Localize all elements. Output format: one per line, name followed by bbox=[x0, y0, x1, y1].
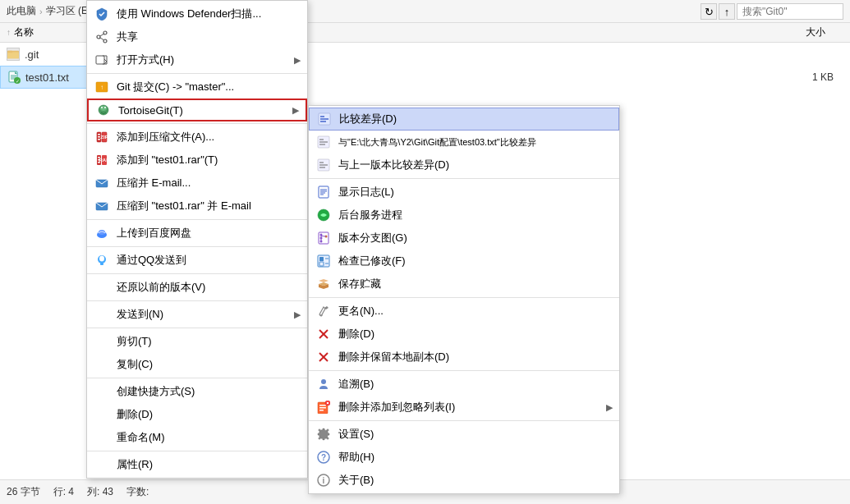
menu-item-open-with[interactable]: 打开方式(H) ▶ bbox=[87, 48, 307, 71]
sep3 bbox=[87, 219, 307, 220]
submenu-item-about[interactable]: i 关于(B) bbox=[309, 469, 619, 492]
menu-item-qq[interactable]: 通过QQ发送到 bbox=[87, 249, 307, 272]
rename-submenu-icon bbox=[315, 303, 332, 319]
copy-icon bbox=[94, 356, 110, 373]
menu-item-defender[interactable]: 使用 Windows Defender扫描... bbox=[87, 2, 307, 25]
svg-rect-81 bbox=[319, 407, 326, 409]
add-rar-icon: RAR bbox=[94, 152, 110, 168]
shortcut-label: 创建快捷方式(S) bbox=[117, 384, 301, 399]
menu-item-properties[interactable]: 属性(R) bbox=[87, 453, 307, 476]
submenu-item-check-modified[interactable]: 检查已修改(F) bbox=[309, 250, 619, 273]
ignore-icon bbox=[315, 399, 332, 415]
branch-graph-label: 版本分支图(G) bbox=[338, 231, 613, 245]
svg-point-12 bbox=[103, 39, 107, 43]
menu-item-baidu[interactable]: 上传到百度网盘 bbox=[87, 222, 307, 245]
menu-item-add-zip[interactable]: ZIP 添加到压缩文件(A)... bbox=[87, 126, 307, 149]
sep6 bbox=[87, 300, 307, 301]
open-with-label: 打开方式(H) bbox=[117, 53, 287, 67]
qq-label: 通过QQ发送到 bbox=[117, 253, 301, 268]
rename-submenu-label: 更名(N)... bbox=[338, 304, 613, 318]
up-button[interactable]: ↑ bbox=[719, 3, 735, 20]
submenu-item-delete[interactable]: 删除(D) bbox=[309, 323, 619, 346]
sep1 bbox=[87, 73, 307, 74]
about-label: 关于(B) bbox=[338, 473, 613, 488]
share-icon bbox=[94, 29, 110, 45]
svg-rect-55 bbox=[319, 186, 329, 198]
size-column-header[interactable]: 大小 bbox=[806, 25, 825, 39]
menu-item-add-rar[interactable]: RAR 添加到 "test01.rar"(T) bbox=[87, 149, 307, 172]
menu-item-share[interactable]: 共享 bbox=[87, 25, 307, 48]
email-rar-label: 压缩到 "test01.rar" 并 E-mail bbox=[117, 199, 301, 213]
add-zip-label: 添加到压缩文件(A)... bbox=[117, 130, 301, 144]
shortcut-icon bbox=[94, 383, 110, 400]
rename-icon bbox=[94, 429, 110, 446]
submenu-item-blame[interactable]: 追溯(B) bbox=[309, 373, 619, 396]
svg-point-10 bbox=[103, 31, 107, 34]
svg-point-41 bbox=[99, 256, 104, 262]
svg-line-67 bbox=[321, 236, 326, 237]
svg-point-21 bbox=[104, 107, 106, 108]
menu-item-cut[interactable]: 剪切(T) bbox=[87, 330, 307, 353]
open-with-arrow: ▶ bbox=[294, 55, 301, 66]
sep5 bbox=[87, 273, 307, 274]
svg-point-19 bbox=[100, 106, 107, 111]
menu-item-git-commit[interactable]: ↑ Git 提交(C) -> "master"... bbox=[87, 76, 307, 99]
submenu-item-branch-graph[interactable]: 版本分支图(G) bbox=[309, 227, 619, 250]
breadcrumb-pc[interactable]: 此电脑 bbox=[7, 4, 36, 18]
ignore-arrow: ▶ bbox=[606, 402, 613, 413]
restore-label: 还原以前的版本(V) bbox=[117, 280, 301, 295]
name-column-header[interactable]: 名称 bbox=[14, 25, 34, 39]
submenu-item-diff-prev[interactable]: 与上一版本比较差异(D) bbox=[309, 153, 619, 176]
search-input[interactable] bbox=[737, 3, 843, 20]
submenu-item-stash[interactable]: 保存贮藏 bbox=[309, 273, 619, 296]
email-zip-icon bbox=[94, 175, 110, 191]
refresh-button[interactable]: ↻ bbox=[701, 3, 717, 20]
cut-label: 剪切(T) bbox=[117, 334, 301, 349]
status-chars: 字数: bbox=[126, 485, 149, 499]
menu-item-delete[interactable]: 删除(D) bbox=[87, 403, 307, 426]
menu-item-send-to[interactable]: 发送到(N) ▶ bbox=[87, 303, 307, 326]
delete-local-icon bbox=[315, 349, 332, 365]
git-commit-label: Git 提交(C) -> "master"... bbox=[117, 80, 301, 94]
add-rar-label: 添加到 "test01.rar"(T) bbox=[117, 153, 301, 167]
svg-text:ZIP: ZIP bbox=[100, 135, 108, 140]
diff-with-label: 与"E:\北大青鸟\Y2\Git\Git配置\test03.txt"比较差异 bbox=[338, 136, 613, 149]
menu-item-email-rar[interactable]: 压缩到 "test01.rar" 并 E-mail bbox=[87, 195, 307, 218]
submenu-item-help[interactable]: ? 帮助(H) bbox=[309, 446, 619, 469]
breadcrumb-sep1: › bbox=[39, 7, 43, 16]
svg-rect-15 bbox=[96, 56, 104, 64]
submenu-item-ignore[interactable]: 删除并添加到忽略列表(I) ▶ bbox=[309, 396, 619, 419]
menu-item-shortcut[interactable]: 创建快捷方式(S) bbox=[87, 380, 307, 403]
svg-point-11 bbox=[97, 35, 100, 39]
svg-rect-82 bbox=[319, 410, 324, 411]
branch-graph-icon bbox=[315, 230, 332, 246]
sep7 bbox=[87, 328, 307, 328]
txt-file-icon: ✓ bbox=[7, 71, 21, 84]
submenu-item-settings[interactable]: 设置(S) bbox=[309, 423, 619, 446]
menu-item-rename[interactable]: 重命名(M) bbox=[87, 426, 307, 449]
submenu-item-rename[interactable]: 更名(N)... bbox=[309, 300, 619, 323]
svg-rect-1 bbox=[7, 52, 19, 58]
svg-line-13 bbox=[100, 34, 103, 37]
blame-icon bbox=[315, 376, 332, 392]
help-label: 帮助(H) bbox=[338, 450, 613, 465]
baidu-icon bbox=[94, 225, 110, 241]
status-col: 列: 43 bbox=[87, 485, 113, 499]
menu-item-tortoise-git[interactable]: TortoiseGit(T) ▶ bbox=[87, 99, 307, 121]
menu-item-restore[interactable]: 还原以前的版本(V) bbox=[87, 276, 307, 299]
svg-rect-80 bbox=[319, 405, 326, 406]
menu-item-email-zip[interactable]: 压缩并 E-mail... bbox=[87, 172, 307, 195]
submenu-item-daemon[interactable]: 后台服务进程 bbox=[309, 204, 619, 227]
svg-rect-69 bbox=[319, 257, 324, 261]
delete-label: 删除(D) bbox=[117, 407, 301, 422]
submenu-item-show-log[interactable]: 显示日志(L) bbox=[309, 181, 619, 204]
rename-label: 重命名(M) bbox=[117, 430, 301, 445]
submenu-item-delete-local[interactable]: 删除并保留本地副本(D) bbox=[309, 346, 619, 369]
tortoise-git-icon bbox=[95, 102, 112, 118]
show-log-icon bbox=[315, 184, 332, 200]
submenu-item-diff-with[interactable]: 与"E:\北大青鸟\Y2\Git\Git配置\test03.txt"比较差异 bbox=[309, 131, 619, 153]
tortoise-git-label: TortoiseGit(T) bbox=[118, 104, 286, 117]
git-commit-icon: ↑ bbox=[94, 79, 110, 95]
submenu-item-diff[interactable]: 比较差异(D) bbox=[309, 108, 619, 131]
menu-item-copy[interactable]: 复制(C) bbox=[87, 353, 307, 376]
